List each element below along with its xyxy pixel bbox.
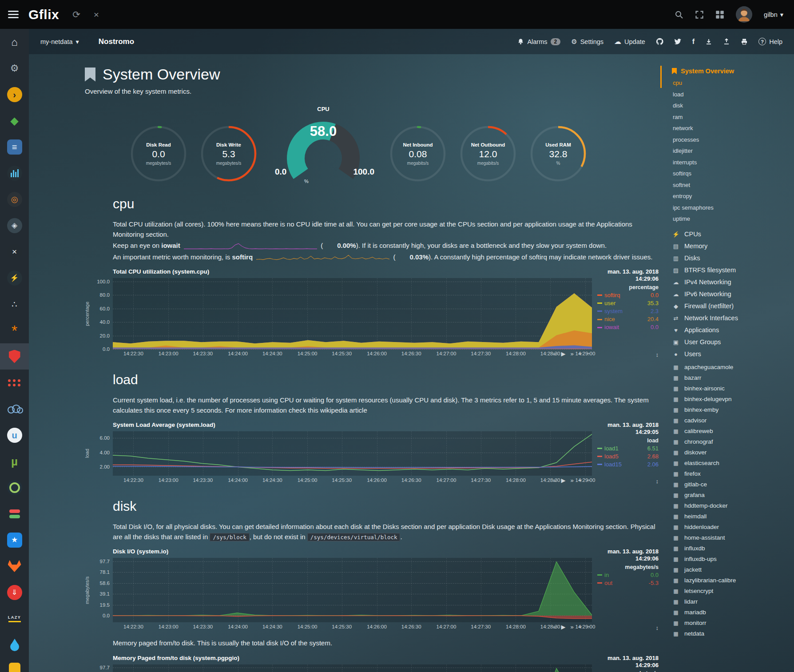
menu-app-lidarr[interactable]: ▦lidarr xyxy=(665,596,794,607)
menu-subitem-ipc-semaphores[interactable]: ipc semaphores xyxy=(665,202,794,214)
menu-app-binhex-emby[interactable]: ▦binhex-emby xyxy=(665,405,794,415)
menu-subitem-idlejitter[interactable]: idlejitter xyxy=(665,145,794,157)
sidebar-app-app-x[interactable]: × xyxy=(0,239,29,265)
menu-section-memory[interactable]: ▤Memory xyxy=(665,240,794,252)
chart-resize-handle[interactable]: ↕ xyxy=(597,351,659,359)
sidebar-app-monitorr[interactable] xyxy=(0,370,29,396)
menu-app-cadvisor[interactable]: ▦cadvisor xyxy=(665,415,794,426)
sidebar-app-nextcloud[interactable] xyxy=(0,396,29,422)
search-icon[interactable] xyxy=(675,10,683,19)
menu-section-ipv4-networking[interactable]: ☁IPv4 Networking xyxy=(665,276,794,288)
skip-back-button[interactable]: « xyxy=(553,624,556,630)
play-button[interactable]: ▶ xyxy=(561,624,566,630)
alarms-button[interactable]: Alarms 2 xyxy=(517,38,560,45)
apps-grid-icon[interactable] xyxy=(715,10,724,19)
download-snapshot-button[interactable] xyxy=(705,38,712,45)
print-button[interactable] xyxy=(741,38,748,45)
menu-app-chronograf[interactable]: ▦chronograf xyxy=(665,437,794,447)
sidebar-app-netdata[interactable] xyxy=(0,343,29,370)
menu-subitem-entropy[interactable]: entropy xyxy=(665,191,794,202)
legend-item-user[interactable]: user35.3 xyxy=(597,299,659,307)
menu-section-user-groups[interactable]: ▣User Groups xyxy=(665,336,794,348)
upload-snapshot-button[interactable] xyxy=(723,38,730,45)
menu-app-gitlab-ce[interactable]: ▦gitlab-ce xyxy=(665,479,794,490)
menu-app-lazylibrarian-calibre[interactable]: ▦lazylibrarian-calibre xyxy=(665,575,794,586)
chart-plot-area[interactable] xyxy=(113,431,592,476)
legend-item-in[interactable]: in0.0 xyxy=(597,571,659,579)
menu-app-hiddenloader[interactable]: ▦hiddenloader xyxy=(665,522,794,533)
update-button[interactable]: ☁ Update xyxy=(614,37,645,46)
legend-item-out[interactable]: out-5.3 xyxy=(597,579,659,587)
chart-plot-area[interactable] xyxy=(113,664,592,672)
menu-app-elasticsearch[interactable]: ▦elasticsearch xyxy=(665,458,794,469)
menu-app-bazarr[interactable]: ▦bazarr xyxy=(665,373,794,383)
menu-section-users[interactable]: ●Users xyxy=(665,348,794,360)
sidebar-app-emby[interactable]: ◈ xyxy=(0,212,29,239)
menu-app-calibreweb[interactable]: ▦calibreweb xyxy=(665,426,794,437)
zoom-out-button[interactable]: − xyxy=(587,477,590,484)
refresh-icon[interactable]: ⟳ xyxy=(72,10,80,19)
sidebar-app-pills[interactable] xyxy=(0,501,29,527)
menu-app-binhex-airsonic[interactable]: ▦binhex-airsonic xyxy=(665,383,794,394)
menu-subitem-interrupts[interactable]: interrupts xyxy=(665,157,794,168)
twitter-button[interactable] xyxy=(674,38,682,45)
menu-subitem-load[interactable]: load xyxy=(665,89,794,100)
hamburger-menu-icon[interactable] xyxy=(8,11,19,18)
sidebar-app-chronograf[interactable]: * xyxy=(0,317,29,343)
zoom-in-button[interactable]: + xyxy=(579,350,582,357)
sidebar-app-deluge[interactable] xyxy=(0,632,29,658)
sidebar-app-nodes[interactable]: ∴ xyxy=(0,291,29,317)
menu-section-cpus[interactable]: ⚡CPUs xyxy=(665,228,794,240)
legend-item-system[interactable]: system2.3 xyxy=(597,307,659,315)
skip-forward-button[interactable]: » xyxy=(571,624,574,630)
skip-back-button[interactable]: « xyxy=(553,350,556,357)
zoom-in-button[interactable]: + xyxy=(579,477,582,484)
sidebar-app-portainer[interactable]: ★ xyxy=(0,527,29,553)
legend-item-load1[interactable]: load16.51 xyxy=(597,445,659,453)
menu-app-monitorr[interactable]: ▦monitorr xyxy=(665,618,794,628)
menu-app-home-assistant[interactable]: ▦home-assistant xyxy=(665,533,794,543)
softirq-sparkline[interactable] xyxy=(256,254,389,261)
menu-app-influxdb-ups[interactable]: ▦influxdb-ups xyxy=(665,554,794,565)
fullscreen-icon[interactable] xyxy=(695,10,704,19)
legend-item-load15[interactable]: load152.06 xyxy=(597,461,659,469)
sidebar-app-download-app[interactable]: ⇓ xyxy=(0,579,29,605)
menu-subitem-processes[interactable]: processes xyxy=(665,134,794,146)
menu-app-diskover[interactable]: ▦diskover xyxy=(665,447,794,458)
sidebar-app-settings[interactable]: ⚙ xyxy=(0,55,29,81)
sidebar-app-ubooquity[interactable]: u xyxy=(0,422,29,448)
chart-resize-handle[interactable]: ↕ xyxy=(597,478,659,485)
zoom-out-button[interactable]: − xyxy=(587,350,590,357)
sidebar-app-utorrent[interactable]: µ xyxy=(0,448,29,474)
facebook-button[interactable]: f xyxy=(692,38,695,46)
menu-section-firewall-netfilter-[interactable]: ◆Firewall (netfilter) xyxy=(665,300,794,312)
menu-app-firefox[interactable]: ▦firefox xyxy=(665,469,794,479)
menu-app-jackett[interactable]: ▦jackett xyxy=(665,565,794,575)
menu-subitem-ram[interactable]: ram xyxy=(665,111,794,123)
user-menu[interactable]: gilbn ▾ xyxy=(764,11,783,18)
menu-app-letsencrypt[interactable]: ▦letsencrypt xyxy=(665,586,794,596)
iowait-sparkline[interactable] xyxy=(184,243,317,250)
sidebar-app-gem[interactable]: ◆ xyxy=(0,107,29,134)
help-button[interactable]: ? Help xyxy=(758,38,782,45)
sidebar-app-jackett[interactable]: ◎ xyxy=(0,186,29,212)
chart-plot-area[interactable] xyxy=(113,278,592,349)
legend-item-load5[interactable]: load52.68 xyxy=(597,453,659,461)
avatar[interactable] xyxy=(736,6,752,23)
host-dropdown[interactable]: my-netdata ▾ xyxy=(40,38,79,45)
menu-subitem-uptime[interactable]: uptime xyxy=(665,213,794,225)
menu-section-system-overview[interactable]: System Overview xyxy=(665,66,794,77)
sidebar-app-home[interactable]: ⌂ xyxy=(0,29,29,55)
play-button[interactable]: ▶ xyxy=(561,350,566,357)
sidebar-app-cadvisor[interactable]: ⚡ xyxy=(0,265,29,291)
legend-item-softirq[interactable]: softirq0.0 xyxy=(597,291,659,299)
chart-resize-handle[interactable]: ↕ xyxy=(597,624,659,632)
menu-subitem-network[interactable]: network xyxy=(665,123,794,134)
sidebar-app-gitlab[interactable] xyxy=(0,553,29,579)
menu-app-apacheguacamole[interactable]: ▦apacheguacamole xyxy=(665,362,794,373)
play-button[interactable]: ▶ xyxy=(561,477,566,484)
skip-forward-button[interactable]: » xyxy=(571,477,574,484)
skip-back-button[interactable]: « xyxy=(553,477,556,484)
menu-subitem-softirqs[interactable]: softirqs xyxy=(665,168,794,179)
zoom-in-button[interactable]: + xyxy=(579,624,582,630)
